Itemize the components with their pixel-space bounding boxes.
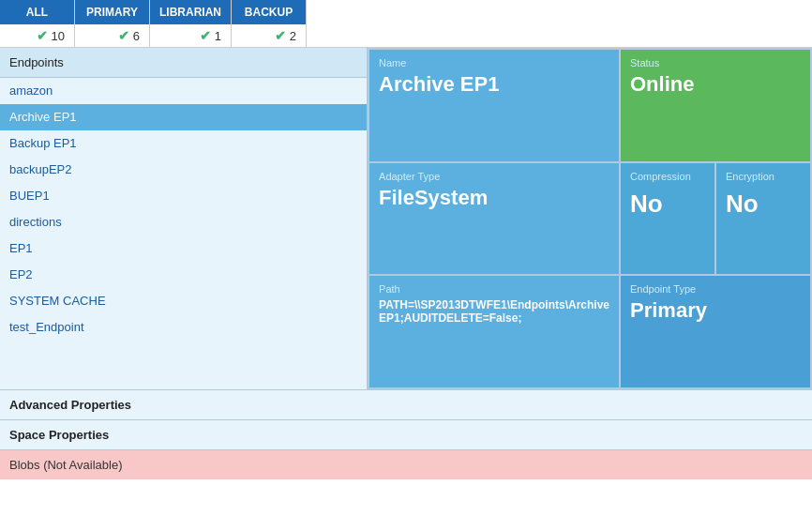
status-tile: Status Online [621,50,810,161]
list-item[interactable]: test_Endpoint [0,314,367,341]
endpoints-panel: Endpoints amazonArchive EP1Backup EP1bac… [0,48,368,389]
filter-tile-count: ✔ 2 [232,24,306,47]
endpoint-type-value: Primary [630,298,801,323]
list-item[interactable]: BUEP1 [0,183,367,209]
endpoint-type-label: Endpoint Type [630,283,801,295]
filter-tile-primary[interactable]: PRIMARY ✔ 6 [75,0,150,47]
endpoints-header: Endpoints [0,48,367,78]
list-item[interactable]: amazon [0,78,367,104]
filter-tile-librarian[interactable]: LIBRARIAN ✔ 1 [150,0,232,47]
advanced-section: Advanced Properties [0,390,812,420]
details-panel: Name Archive EP1 Status Online Adapter T… [368,48,812,389]
blobs-section: Blobs (Not Available) [0,450,812,479]
count-num: 6 [133,29,140,43]
adapter-label: Adapter Type [379,171,609,182]
filter-tile-backup[interactable]: BACKUP ✔ 2 [232,0,307,47]
check-icon: ✔ [118,28,129,43]
endpoint-type-tile: Endpoint Type Primary [621,276,810,387]
filter-tile-all[interactable]: ALL ✔ 10 [0,0,75,47]
top-section: Endpoints amazonArchive EP1Backup EP1bac… [0,48,812,390]
adapter-tile: Adapter Type FileSystem [369,163,619,275]
check-icon: ✔ [200,28,211,43]
compression-tile: Compression No [621,163,714,275]
list-item[interactable]: EP1 [0,235,367,262]
filter-tile-count: ✔ 10 [0,24,74,47]
path-value: PATH=\\SP2013DTWFE1\Endpoints\Archive EP… [379,298,609,325]
count-num: 1 [215,29,221,43]
encryption-value: No [726,190,801,219]
filter-tile-count: ✔ 6 [75,24,149,47]
path-tile: Path PATH=\\SP2013DTWFE1\Endpoints\Archi… [369,276,619,387]
filter-tile-label: ALL [0,0,74,24]
name-label: Name [379,57,609,68]
endpoints-list: amazonArchive EP1Backup EP1backupEP2BUEP… [0,78,367,341]
filter-tile-label: PRIMARY [75,0,149,24]
name-tile: Name Archive EP1 [369,50,619,161]
encryption-label: Encryption [726,171,801,182]
count-num: 2 [290,29,296,43]
status-label: Status [630,57,801,68]
blobs-label: Blobs [9,458,40,472]
filter-tile-label: BACKUP [232,0,306,24]
list-item[interactable]: EP2 [0,262,367,288]
filter-bar: ALL ✔ 10 PRIMARY ✔ 6 LIBRARIAN ✔ 1 BACKU… [0,0,812,48]
list-item[interactable]: directions [0,209,367,235]
count-num: 10 [52,29,65,43]
filter-tile-label: LIBRARIAN [150,0,231,24]
list-item[interactable]: Backup EP1 [0,130,367,157]
name-value: Archive EP1 [379,72,609,97]
compression-value: No [630,190,705,219]
advanced-header[interactable]: Advanced Properties [0,390,812,419]
list-item[interactable]: SYSTEM CACHE [0,288,367,314]
blobs-status: (Not Available) [43,458,122,472]
main-content: Endpoints amazonArchive EP1Backup EP1bac… [0,48,812,479]
path-label: Path [379,283,609,295]
check-icon: ✔ [37,28,48,43]
bottom-sections: Advanced Properties Space Properties Blo… [0,390,812,479]
compression-label: Compression [630,171,705,182]
space-section: Space Properties [0,420,812,450]
status-value: Online [630,72,801,97]
check-icon: ✔ [275,28,286,43]
filter-tile-count: ✔ 1 [150,24,231,47]
adapter-value: FileSystem [379,186,609,210]
encryption-tile: Encryption No [716,163,810,275]
space-header[interactable]: Space Properties [0,420,812,449]
list-item[interactable]: Archive EP1 [0,104,367,130]
list-item[interactable]: backupEP2 [0,157,367,183]
